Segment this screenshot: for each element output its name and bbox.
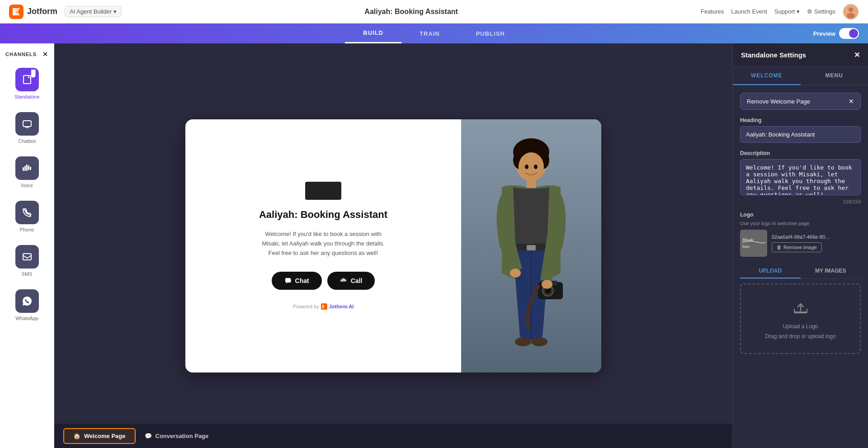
- svg-rect-15: [285, 278, 291, 282]
- svg-rect-21: [321, 303, 327, 310]
- logo-thumbnail: Misaki Sato: [740, 230, 767, 257]
- ai-agent-builder-btn[interactable]: AI Agent Builder ▾: [65, 6, 122, 17]
- right-tab-menu[interactable]: MENU: [801, 67, 868, 85]
- tab-welcome-page[interactable]: 🏠 Welcome Page: [63, 428, 136, 444]
- svg-rect-17: [342, 278, 343, 282]
- upload-hint: Drag and drop or upload logo: [765, 333, 835, 340]
- logo-text: Jotform: [27, 7, 57, 16]
- close-icon[interactable]: ✕: [42, 51, 48, 58]
- voice-icon: [15, 156, 39, 180]
- settings-button[interactable]: ⚙ Settings: [807, 8, 835, 15]
- svg-rect-4: [24, 75, 31, 84]
- svg-rect-19: [344, 278, 345, 282]
- logo-info: 02aa6af4-98a7-466e-90... 🗑 Remove image: [772, 234, 861, 252]
- launch-event-link[interactable]: Launch Event: [731, 8, 767, 15]
- svg-point-41: [510, 269, 521, 278]
- tab-publish[interactable]: PUBLISH: [458, 24, 523, 43]
- description-textarea[interactable]: Welcome! If you'd like to book a session…: [740, 159, 861, 195]
- sidebar-item-label-phone: Phone: [20, 227, 34, 232]
- logo-label: Logo: [740, 212, 861, 218]
- upload-label: Upload a Logo: [783, 323, 818, 330]
- sidebar-item-standalone[interactable]: Standalone: [0, 61, 54, 106]
- svg-point-2: [849, 7, 854, 12]
- logo: Jotform: [9, 5, 57, 19]
- sidebar-item-voice[interactable]: Voice: [0, 150, 54, 194]
- logo-section: Logo Use your logo in welcome page Misak…: [740, 212, 861, 257]
- call-button[interactable]: Call: [327, 272, 375, 290]
- svg-text:Sato: Sato: [742, 244, 750, 249]
- top-nav-right: Features Launch Event Support ▾ ⚙ Settin…: [701, 4, 859, 20]
- heading-section: Heading: [740, 117, 861, 143]
- svg-rect-6: [23, 167, 24, 171]
- chat-button[interactable]: Chat: [272, 272, 322, 290]
- svg-rect-16: [340, 279, 341, 282]
- svg-rect-9: [28, 165, 29, 170]
- trash-icon: 🗑: [777, 245, 782, 250]
- powered-by: Powered by Jotform AI: [293, 303, 354, 310]
- sidebar-item-label-sms: SMS: [22, 271, 33, 277]
- preview-left: Misaki Sato Aaliyah: Booking Assistant W…: [185, 119, 461, 373]
- logo-preview-row: Misaki Sato 02aa6af4-98a7-466e-90... 🗑 R…: [740, 230, 861, 257]
- sidebar-item-label-chatbot: Chatbot: [18, 138, 36, 144]
- sidebar-item-phone[interactable]: Phone: [0, 194, 54, 239]
- preview-buttons: Chat Call: [272, 272, 375, 290]
- upload-icon: [792, 298, 810, 320]
- whatsapp-icon: [15, 289, 39, 313]
- preview-heading: Aaliyah: Booking Assistant: [259, 209, 387, 221]
- upload-tabs: UPLOAD MY IMAGES: [740, 264, 861, 279]
- svg-point-34: [515, 337, 531, 346]
- preview-description: Welcome! If you'd like to book a session…: [260, 230, 387, 258]
- upload-tab-my-images[interactable]: MY IMAGES: [801, 264, 861, 278]
- right-panel-body: Remove Welcome Page ✕ Heading Descriptio…: [733, 85, 868, 448]
- tab-conversation-page[interactable]: 💬 Conversation Page: [136, 429, 218, 443]
- chat-button-label: Chat: [295, 277, 309, 284]
- right-panel-header: Standalone Settings ✕: [733, 43, 868, 67]
- remove-image-button[interactable]: 🗑 Remove image: [772, 242, 822, 252]
- sidebar-item-label-whatsapp: WhatsApp: [15, 316, 38, 321]
- tab-bar: BUILD TRAIN PUBLISH Preview: [0, 24, 868, 43]
- tab-build[interactable]: BUILD: [345, 24, 401, 43]
- close-panel-icon[interactable]: ✕: [854, 51, 860, 59]
- svg-rect-20: [345, 279, 346, 281]
- upload-area[interactable]: Upload a Logo Drag and drop or upload lo…: [740, 283, 861, 354]
- svg-point-3: [847, 13, 855, 18]
- heading-label: Heading: [740, 117, 861, 123]
- right-panel-tabs: WELCOME MENU: [733, 67, 868, 85]
- logo-desc: Use your logo in welcome page: [740, 221, 861, 226]
- toggle-knob: [849, 29, 858, 38]
- right-tab-welcome[interactable]: WELCOME: [733, 67, 801, 85]
- heading-input[interactable]: [740, 126, 861, 143]
- chat-icon: 💬: [145, 433, 152, 439]
- svg-point-40: [542, 280, 552, 289]
- svg-rect-18: [343, 278, 344, 282]
- welcome-page-label: Welcome Page: [84, 433, 126, 439]
- preview-switch[interactable]: [839, 28, 859, 39]
- svg-rect-42: [740, 230, 767, 257]
- description-section: Description Welcome! If you'd like to bo…: [740, 150, 861, 204]
- jotform-ai-label: Jotform AI: [329, 304, 354, 309]
- top-nav: Jotform AI Agent Builder ▾ Aaliyah: Book…: [0, 0, 868, 24]
- sidebar-item-whatsapp[interactable]: WhatsApp: [0, 283, 54, 327]
- main-layout: CHANNELS ✕ Standalone Chatbot: [0, 43, 868, 448]
- preview-logo: Misaki Sato: [305, 182, 341, 200]
- sidebar-item-label-standalone: Standalone: [14, 94, 40, 99]
- avatar[interactable]: [843, 4, 859, 20]
- support-link[interactable]: Support ▾: [774, 8, 800, 15]
- page-title: Aaliyah: Booking Assistant: [364, 8, 458, 16]
- preview-toggle: Preview: [813, 28, 859, 39]
- features-link[interactable]: Features: [701, 8, 724, 15]
- description-label: Description: [740, 150, 861, 156]
- tab-train[interactable]: TRAIN: [401, 24, 458, 43]
- sidebar-item-sms[interactable]: SMS: [0, 239, 54, 283]
- sidebar-item-chatbot[interactable]: Chatbot: [0, 106, 54, 150]
- standalone-icon: [15, 68, 39, 91]
- upload-tab-upload[interactable]: UPLOAD: [740, 264, 801, 278]
- svg-rect-7: [24, 166, 26, 171]
- remove-welcome-page-icon: ✕: [849, 98, 854, 105]
- svg-point-29: [534, 165, 538, 169]
- svg-text:Sato: Sato: [308, 191, 314, 195]
- preview-right-image: [461, 119, 601, 373]
- remove-welcome-page-button[interactable]: Remove Welcome Page ✕: [740, 93, 861, 110]
- svg-rect-10: [30, 167, 31, 170]
- right-panel: Standalone Settings ✕ WELCOME MENU Remov…: [732, 43, 868, 448]
